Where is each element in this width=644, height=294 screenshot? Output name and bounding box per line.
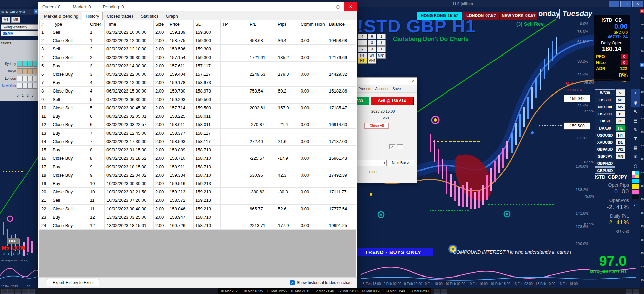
table-row[interactable]: 20Close Buy1010/02/2023 02:21:582.00159.…	[40, 188, 356, 196]
close-icon[interactable]: ✕	[632, 1, 643, 7]
table-row[interactable]: 13Buy708/02/2023 12:45:002.00158.377158.…	[40, 129, 356, 137]
trade-panel-tab[interactable]: Presets	[358, 87, 371, 91]
dialog-tab[interactable]: Graph	[162, 12, 182, 20]
table-row[interactable]: 12Close Buy608/02/2023 03:22:572.00158.0…	[40, 120, 356, 129]
checkbox-checked-icon[interactable]: ✓	[290, 280, 295, 285]
table-row[interactable]: 7Buy406/02/2023 12:00:002.00159.178158.9…	[40, 78, 356, 87]
undo-icon[interactable]: ↶	[631, 200, 640, 209]
timeframe-button[interactable]: v	[616, 89, 625, 96]
dialog-tab[interactable]: Statistics	[137, 12, 162, 20]
dialog-tab[interactable]: Closed trades	[103, 12, 137, 20]
table-row[interactable]: 5Buy303/02/2023 14:00:002.00157.611157.1…	[40, 62, 356, 70]
grid-cell[interactable]: -	[358, 40, 367, 46]
grid-icon[interactable]: ▦	[631, 143, 640, 152]
chart-tab[interactable]: !STD_GBPJPY,M	[1, 10, 25, 13]
crosshair-icon[interactable]: ⌖	[631, 89, 640, 98]
timeframe-button[interactable]: 15	[616, 111, 625, 117]
grid-cell[interactable]: MN1	[377, 53, 386, 59]
off-badge[interactable]: OFF	[7, 238, 19, 244]
grid-cell[interactable]: 6	[368, 34, 376, 39]
active-timeframe-cell[interactable]: H1	[358, 58, 367, 64]
table-row[interactable]: 2Close Sell102/02/2023 12:00:002.00158.7…	[40, 36, 356, 45]
trade-panel-tab[interactable]: Account	[375, 87, 388, 91]
taskbar-window-button[interactable]	[1, 289, 8, 294]
column-header[interactable]: SL	[194, 20, 221, 28]
timeframe-button[interactable]: M5	[11, 17, 20, 23]
column-header[interactable]: Type	[51, 20, 88, 28]
grid-cell[interactable]: 3	[368, 40, 376, 46]
table-row[interactable]: 6Close Buy305/02/2023 22:00:002.00159.40…	[40, 70, 356, 78]
text-icon[interactable]: T	[631, 134, 640, 143]
grid-cell[interactable]: 4	[358, 34, 367, 39]
maximize-icon[interactable]: ▢	[332, 2, 344, 11]
eye-icon[interactable]: ◉	[631, 98, 640, 107]
table-row[interactable]: 16Close Buy809/02/2023 03:18:522.00158.7…	[40, 154, 356, 162]
more-button[interactable]: ...	[397, 144, 403, 149]
printer-icon[interactable]: ⊞	[631, 152, 640, 161]
table-row[interactable]: 1Sell102/02/2023 10:00:002.00159.139159.…	[40, 28, 356, 36]
taskbar-window-button[interactable]	[633, 289, 639, 294]
taskbar-window-button[interactable]	[15, 289, 21, 294]
table-row[interactable]: 8Close Buy406/02/2023 15:30:002.00159.78…	[40, 87, 356, 95]
table-row[interactable]: 24Close Buy1213/02/2023 18:15:012.00160.…	[40, 221, 356, 230]
symbol-button[interactable]: GBPUSD	[595, 167, 615, 174]
grid-cell[interactable]: -	[358, 46, 367, 52]
palette-icon[interactable]	[632, 171, 639, 178]
column-header[interactable]: TP	[221, 20, 248, 28]
table-row[interactable]: 10Close Sell508/02/2023 00:45:002.00157.…	[40, 104, 356, 112]
table-row[interactable]: 14Close Buy708/02/2023 17:30:002.00158.5…	[40, 137, 356, 146]
taskbar-window-button[interactable]	[441, 289, 447, 294]
chart-list-icon[interactable]: ▤	[631, 116, 640, 125]
preset-dropdown[interactable]: ▾	[356, 160, 387, 166]
minimize-icon[interactable]: –	[609, 1, 619, 7]
cursor-icon[interactable]: ↖	[631, 107, 640, 116]
symbol-button[interactable]: GBPJPY	[595, 153, 615, 159]
column-header[interactable]: Price	[168, 20, 194, 28]
camera-icon[interactable]: ◎	[631, 161, 640, 170]
symbol-button[interactable]: GBPNZD	[595, 160, 615, 167]
symbol-button[interactable]: WS30	[595, 89, 615, 96]
grid-cell[interactable]: 3	[368, 46, 376, 52]
timeframe-button[interactable]: D1	[616, 139, 625, 145]
trade-panel-titlebar[interactable]: ✕	[350, 78, 417, 85]
color-swatch-black[interactable]	[632, 195, 639, 199]
restore-icon[interactable]: ▢	[620, 1, 631, 7]
symbol-button[interactable]: HK50	[595, 118, 615, 124]
taskbar-window-button[interactable]	[28, 289, 35, 294]
timeframe-button[interactable]: 30	[616, 118, 625, 124]
sell-button[interactable]: Sell @ 160.614	[371, 97, 414, 105]
timeframe-button[interactable]: M1	[616, 97, 625, 103]
trade-panel-tab[interactable]: Save	[392, 87, 401, 91]
table-row[interactable]: 22Close Sell1110/02/2023 08:40:002.00158…	[40, 205, 356, 213]
close-all-button[interactable]: Close All	[364, 123, 389, 129]
taskbar-window-button[interactable]	[434, 289, 440, 294]
column-header[interactable]: Time	[105, 20, 154, 28]
symbol-button[interactable]: NDX100	[595, 104, 615, 110]
h-button[interactable]: H	[34, 9, 38, 14]
symbol-button[interactable]: US2000	[595, 111, 615, 117]
symbol-button[interactable]: XAUUSD	[595, 139, 615, 145]
dialog-tab[interactable]: Market & pending	[40, 12, 82, 20]
symbol-button[interactable]: US500	[595, 97, 615, 103]
show-trades-option[interactable]: ✓ Show historical trades on chart	[290, 280, 352, 285]
column-header[interactable]: Balance	[327, 20, 356, 28]
timeframe-button[interactable]: H1	[616, 125, 625, 131]
color-swatch-yellow[interactable]	[632, 184, 639, 189]
column-header[interactable]: Commission	[299, 20, 327, 28]
taskbar-window-button[interactable]	[8, 289, 14, 294]
symbol-button[interactable]: USOUSD	[595, 132, 615, 138]
taskbar-window-button[interactable]	[22, 289, 28, 294]
table-row[interactable]: 15Buy809/02/2023 01:15:002.00158.889158.…	[40, 146, 356, 154]
minimize-icon[interactable]: –	[319, 2, 332, 11]
column-header[interactable]: Size	[154, 20, 168, 28]
taskbar-window-button[interactable]	[626, 289, 632, 294]
symbol-button[interactable]: GBPAUD	[595, 146, 615, 152]
timeframe-button[interactable]: W1	[616, 146, 625, 152]
timeframe-button[interactable]: MN	[616, 153, 625, 159]
table-row[interactable]: 19Buy1010/02/2023 00:30:002.00159.516159…	[40, 179, 356, 188]
grid-cell[interactable]: 1	[377, 34, 386, 39]
grid-cell[interactable]: MN1	[368, 58, 376, 64]
arrow-button[interactable]: >	[389, 144, 395, 149]
color-swatch-magenta[interactable]	[632, 190, 639, 194]
timeframe-button[interactable]: H4	[616, 132, 625, 138]
